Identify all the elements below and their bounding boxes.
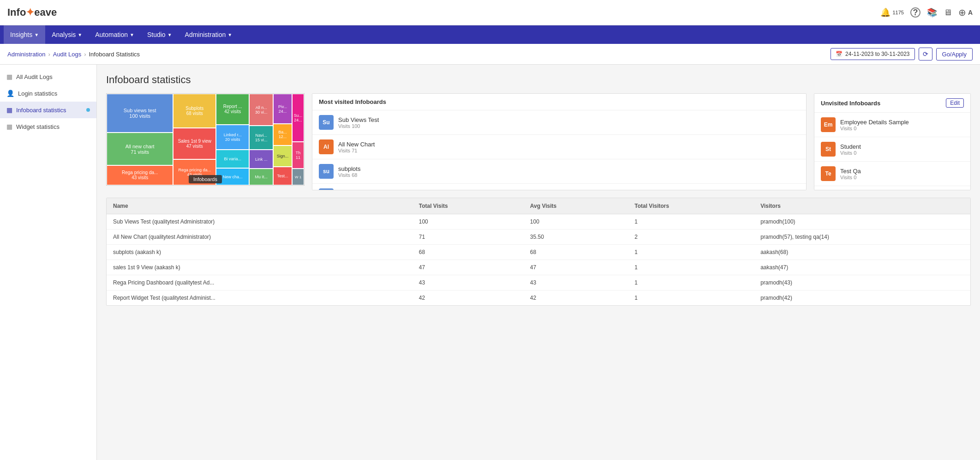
chevron-down-icon-automation: ▼ — [130, 32, 134, 37]
edit-button[interactable]: Edit — [946, 98, 964, 108]
unvisited-header: Unvisited Infoboards Edit — [814, 94, 970, 113]
nav-item-insights[interactable]: Insights ▼ — [4, 25, 45, 44]
avatar-allnewchart: Al — [319, 139, 334, 154]
cell-avg-visits-1: 35.50 — [524, 230, 628, 245]
cell-avg-visits-2: 68 — [524, 245, 628, 260]
nav-item-analysis[interactable]: Analysis ▼ — [45, 25, 89, 44]
sidebar-label-widget-statistics: Widget statistics — [16, 123, 60, 130]
most-visited-name-3: subplots — [338, 165, 360, 172]
books-button[interactable]: 📚 — [927, 7, 937, 18]
unvisited-visits-1: Visits 0 — [840, 126, 909, 131]
nav-label-analysis: Analysis — [52, 31, 76, 38]
sidebar-item-infoboard-statistics[interactable]: ▦ Infoboard statistics — [0, 102, 96, 118]
table-row: sales 1st 9 View (aakash k) 47 47 1 aaka… — [107, 260, 970, 275]
nav-item-administration[interactable]: Administration ▼ — [179, 25, 239, 44]
table-row: Report Widget Test (qualitytest Administ… — [107, 291, 970, 306]
list-item-sales: sa sales 1st 9 View Visits 47 — [312, 184, 806, 190]
nav-item-studio[interactable]: Studio ▼ — [141, 25, 179, 44]
content-area: Infoboard statistics Sub views test100 v… — [97, 65, 980, 460]
tm-cell-link: Link ... — [249, 150, 273, 169]
screen-button[interactable]: 🖥 — [944, 8, 952, 18]
cell-avg-visits-3: 47 — [524, 260, 628, 275]
nav-label-studio: Studio — [147, 31, 166, 38]
sidebar-item-widget-statistics[interactable]: ▦ Widget statistics — [0, 118, 96, 135]
table-row: subplots (aakash k) 68 68 1 aakash(68) — [107, 245, 970, 260]
cell-name-0: Sub Views Test (qualitytest Administrato… — [107, 214, 412, 230]
cell-name-4: Rega Pricing Dashboard (qualitytest Ad..… — [107, 275, 412, 291]
unvisited-visits-2: Visits 0 — [840, 150, 861, 156]
logo: Info ✦ eave — [7, 6, 57, 18]
unvisited-title: Unvisited Infoboards — [821, 100, 880, 107]
infoboard-stats-icon: ▦ — [6, 106, 12, 114]
nav-item-automation[interactable]: Automation ▼ — [89, 25, 141, 44]
unvisited-panel: Unvisited Infoboards Edit Em Employee De… — [814, 93, 971, 190]
col-header-total-visitors: Total Visitors — [628, 198, 754, 214]
sidebar-item-login-statistics[interactable]: 👤 Login statistics — [0, 85, 96, 102]
unvisited-name-1: Employee Details Sample — [840, 119, 909, 126]
tm-cell-sales: Sales 1st 9 view47 visits — [173, 128, 216, 159]
tm-cell-newcha: New cha... — [216, 168, 249, 185]
table-row: All New Chart (qualitytest Administrator… — [107, 230, 970, 245]
col-header-avg-visits: Avg Visits — [524, 198, 628, 214]
cell-total-visits-1: 71 — [412, 230, 524, 245]
go-apply-button[interactable]: Go/Apply — [936, 48, 973, 61]
breadcrumb-admin[interactable]: Administration — [7, 51, 45, 58]
tm-cell-su: Su...24... — [292, 94, 304, 142]
cell-visitors-0: pramodh(100) — [754, 214, 970, 230]
cell-total-visitors-4: 1 — [628, 275, 754, 291]
chevron-down-icon-studio: ▼ — [167, 32, 172, 37]
chevron-down-icon-analysis: ▼ — [78, 32, 82, 37]
cell-visitors-4: pramodh(43) — [754, 275, 970, 291]
data-table: Name Total Visits Avg Visits Total Visit… — [107, 198, 970, 305]
cell-visitors-3: aakash(47) — [754, 260, 970, 275]
tm-cell-navi: Navi...15 vi... — [249, 126, 273, 150]
notifications-button[interactable]: 🔔 1175 — [880, 7, 903, 18]
user-button[interactable]: ⊕ A — [958, 7, 973, 18]
breadcrumb-auditlogs[interactable]: Audit Logs — [53, 51, 81, 58]
most-visited-name-1: Sub Views Test — [338, 116, 379, 123]
top-icons-area: 🔔 1175 ? 📚 🖥 ⊕ A — [880, 7, 973, 18]
stats-top-row: Sub views test100 visits All new chart71… — [106, 93, 971, 190]
breadcrumb-current: Infoboard Statistics — [89, 51, 140, 58]
unvisited-visits-3: Visits 0 — [840, 175, 861, 180]
cell-total-visits-2: 68 — [412, 245, 524, 260]
most-visited-name-4: sales 1st 9 View — [338, 190, 382, 191]
tm-cell-ba: Ba...12... — [273, 124, 292, 145]
cell-name-5: Report Widget Test (qualitytest Administ… — [107, 291, 412, 306]
cell-avg-visits-4: 43 — [524, 275, 628, 291]
help-icon: ? — [910, 7, 920, 18]
cell-total-visitors-2: 1 — [628, 245, 754, 260]
refresh-button[interactable]: ⟳ — [919, 48, 932, 61]
avatar-sales: sa — [319, 188, 334, 190]
col-header-visitors: Visitors — [754, 198, 970, 214]
most-visited-name-2: All New Chart — [338, 141, 375, 148]
breadcrumb-sep-2: › — [84, 51, 86, 58]
most-visited-title: Most visited Infoboards — [312, 94, 806, 110]
cell-total-visits-5: 42 — [412, 291, 524, 306]
tm-cell-muit: Mu It... — [249, 169, 273, 185]
col-header-name: Name — [107, 198, 412, 214]
audit-logs-icon: ▦ — [6, 73, 12, 80]
avatar-testqa: Te — [821, 166, 836, 181]
date-range-box[interactable]: 📅 24-11-2023 to 30-11-2023 — [831, 48, 914, 60]
table-row: Sub Views Test (qualitytest Administrato… — [107, 214, 970, 230]
sidebar: ▦ All Audit Logs 👤 Login statistics ▦ In… — [0, 65, 97, 460]
login-stats-icon: 👤 — [6, 90, 14, 97]
tm-cell-rega2: Rega pricing da...43 visits — [173, 159, 216, 185]
avatar-student: St — [821, 142, 836, 157]
sidebar-item-all-audit-logs[interactable]: ▦ All Audit Logs — [0, 68, 96, 85]
list-item-subplots: su subplots Visits 68 — [312, 159, 806, 184]
tm-cell-bivaria: Bi varia... — [216, 150, 249, 169]
sidebar-label-all-audit-logs: All Audit Logs — [16, 73, 53, 80]
cell-total-visits-3: 47 — [412, 260, 524, 275]
active-dot — [86, 108, 90, 112]
nav-label-insights: Insights — [10, 31, 32, 38]
cell-total-visitors-5: 1 — [628, 291, 754, 306]
cell-name-3: sales 1st 9 View (aakash k) — [107, 260, 412, 275]
tm-cell-w: W 1 — [292, 169, 304, 185]
unvisited-name-2: Student — [840, 143, 861, 150]
help-button[interactable]: ? — [910, 7, 920, 18]
tm-cell-rega: Rega pricing da...43 visits — [107, 165, 173, 185]
page-title: Infoboard statistics — [106, 74, 971, 86]
avatar-employee: Em — [821, 117, 836, 132]
